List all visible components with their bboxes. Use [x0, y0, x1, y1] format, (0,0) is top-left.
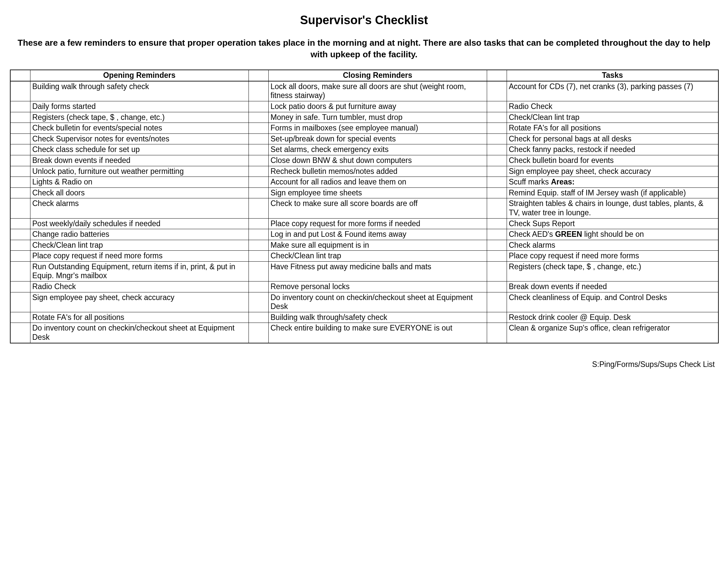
- table-row: Lights & Radio onAccount for all radios …: [10, 177, 718, 188]
- lead-cell: [249, 112, 268, 123]
- lead-cell: [487, 198, 507, 218]
- cell: Straighten tables & chairs in lounge, du…: [507, 198, 718, 218]
- cell: Check bulletin board for events: [507, 155, 718, 166]
- cell: Check to make sure all score boards are …: [268, 198, 487, 218]
- cell: Change radio batteries: [30, 229, 249, 240]
- lead-cell: [10, 187, 30, 198]
- cell: Rotate FA's for all positions: [30, 312, 249, 323]
- cell: Radio Check: [30, 282, 249, 293]
- lead-cell: [249, 218, 268, 229]
- lead-cell: [10, 133, 30, 144]
- cell: Set-up/break down for special events: [268, 133, 487, 144]
- cell: Check entire building to make sure EVERY…: [268, 323, 487, 343]
- cell: Remind Equip. staff of IM Jersey wash (i…: [507, 187, 718, 198]
- cell: Check bulletin for events/special notes: [30, 123, 249, 134]
- table-row: Sign employee pay sheet, check accuracyD…: [10, 292, 718, 312]
- cell: Log in and put Lost & Found items away: [268, 229, 487, 240]
- cell: Sign employee time sheets: [268, 187, 487, 198]
- lead-cell: [249, 312, 268, 323]
- cell: Break down events if needed: [507, 282, 718, 293]
- lead-cell: [487, 261, 507, 281]
- lead-cell: [10, 155, 30, 166]
- intro-text: These are a few reminders to ensure that…: [17, 37, 711, 60]
- opening-header: Opening Reminders: [30, 70, 249, 81]
- cell: Check alarms: [507, 240, 718, 251]
- table-row: Unlock patio, furniture out weather perm…: [10, 166, 718, 177]
- cell: Restock drink cooler @ Equip. Desk: [507, 312, 718, 323]
- cell: Remove personal locks: [268, 282, 487, 293]
- lead-cell: [487, 123, 507, 134]
- table-row: Registers (check tape, $ , change, etc.)…: [10, 112, 718, 123]
- lead-cell: [249, 187, 268, 198]
- cell: Rotate FA's for all positions: [507, 123, 718, 134]
- table-row: Change radio batteriesLog in and put Los…: [10, 229, 718, 240]
- table-body: Building walk through safety checkLock a…: [10, 81, 718, 343]
- lead-cell: [10, 323, 30, 343]
- lead-cell: [249, 101, 268, 112]
- cell: Lock all doors, make sure all doors are …: [268, 81, 487, 101]
- table-row: Rotate FA's for all positionsBuilding wa…: [10, 312, 718, 323]
- cell: Sign employee pay sheet, check accuracy: [30, 292, 249, 312]
- cell: Registers (check tape, $ , change, etc.): [30, 112, 249, 123]
- table-header: Opening Reminders Closing Reminders Task…: [10, 70, 718, 81]
- table-row: Check class schedule for set upSet alarm…: [10, 144, 718, 155]
- lead-cell: [10, 229, 30, 240]
- cell: Have Fitness put away medicine balls and…: [268, 261, 487, 281]
- lead-cell: [10, 177, 30, 188]
- cell: Close down BNW & shut down computers: [268, 155, 487, 166]
- table-row: Check bulletin for events/special notesF…: [10, 123, 718, 134]
- lead-cell: [249, 177, 268, 188]
- footer-path: S:Ping/Forms/Sups/Sups Check List: [10, 360, 718, 369]
- cell: Building walk through safety check: [30, 81, 249, 101]
- lead-cell: [487, 133, 507, 144]
- lead-cell: [10, 282, 30, 293]
- cell: Place copy request for more forms if nee…: [268, 218, 487, 229]
- cell: Building walk through/safety check: [268, 312, 487, 323]
- cell: Check all doors: [30, 187, 249, 198]
- cell: Money in safe. Turn tumbler, must drop: [268, 112, 487, 123]
- lead-cell: [10, 144, 30, 155]
- cell: Do inventory count on checkin/checkout s…: [268, 292, 487, 312]
- checklist-table: Opening Reminders Closing Reminders Task…: [10, 70, 719, 343]
- lead-cell: [487, 81, 507, 101]
- lead-cell: [10, 81, 30, 101]
- table-row: Building walk through safety checkLock a…: [10, 81, 718, 101]
- lead-cell: [249, 229, 268, 240]
- table-row: Post weekly/daily schedules if neededPla…: [10, 218, 718, 229]
- table-row: Check Supervisor notes for events/notesS…: [10, 133, 718, 144]
- table-row: Check all doorsSign employee time sheets…: [10, 187, 718, 198]
- cell: Check alarms: [30, 198, 249, 218]
- lead-cell: [487, 312, 507, 323]
- cell: Check/Clean lint trap: [30, 240, 249, 251]
- lead-cell: [249, 123, 268, 134]
- cell: Run Outstanding Equipment, return items …: [30, 261, 249, 281]
- lead-cell: [10, 123, 30, 134]
- lead-cell: [249, 292, 268, 312]
- lead-cell: [487, 187, 507, 198]
- cell: Account for all radios and leave them on: [268, 177, 487, 188]
- lead-cell: [10, 112, 30, 123]
- table-row: Place copy request if need more formsChe…: [10, 251, 718, 261]
- lead-cell: [10, 240, 30, 251]
- table-row: Check alarmsCheck to make sure all score…: [10, 198, 718, 218]
- cell: Daily forms started: [30, 101, 249, 112]
- cell: Set alarms, check emergency exits: [268, 144, 487, 155]
- lead-cell: [10, 166, 30, 177]
- cell: Post weekly/daily schedules if needed: [30, 218, 249, 229]
- lead-cell: [249, 282, 268, 293]
- table-row: Run Outstanding Equipment, return items …: [10, 261, 718, 281]
- cell: Lights & Radio on: [30, 177, 249, 188]
- lead-cell: [10, 101, 30, 112]
- lead-cell: [487, 112, 507, 123]
- lead-cell: [249, 323, 268, 343]
- lead-cell: [487, 240, 507, 251]
- lead-cell: [249, 166, 268, 177]
- cell: Check/Clean lint trap: [268, 251, 487, 261]
- cell: Recheck bulletin memos/notes added: [268, 166, 487, 177]
- lead-cell: [487, 323, 507, 343]
- lead-cell: [487, 282, 507, 293]
- lead-cell: [487, 292, 507, 312]
- lead-cell: [487, 166, 507, 177]
- cell: Check AED's GREEN light should be on: [507, 229, 718, 240]
- cell: Check class schedule for set up: [30, 144, 249, 155]
